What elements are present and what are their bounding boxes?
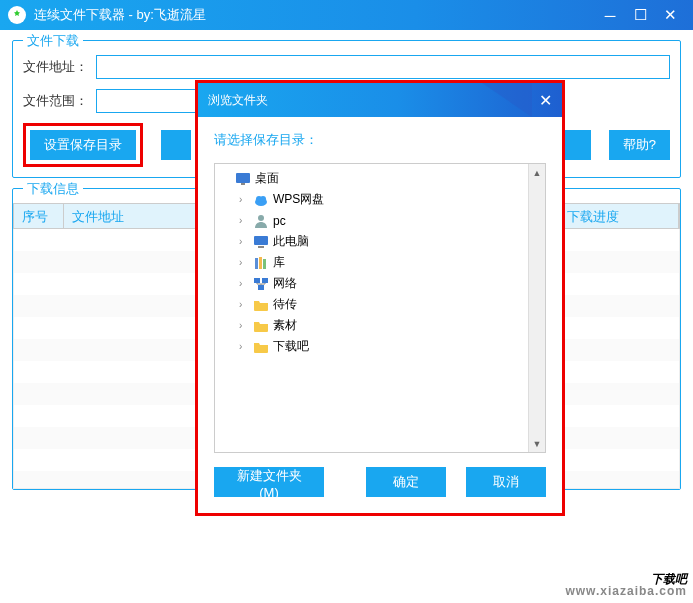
tree-item[interactable]: ›下载吧 xyxy=(237,336,541,357)
svg-rect-7 xyxy=(258,246,264,248)
svg-rect-12 xyxy=(262,278,268,283)
dialog-prompt: 请选择保存目录： xyxy=(214,131,546,149)
ok-button[interactable]: 确定 xyxy=(366,467,446,497)
folder-tree[interactable]: 桌面 ›WPS网盘›pc›此电脑›库›网络›待传›素材›下载吧 ▲ ▼ xyxy=(214,163,546,453)
cancel-button[interactable]: 取消 xyxy=(466,467,546,497)
tree-item[interactable]: ›库 xyxy=(237,252,541,273)
set-save-dir-highlight: 设置保存目录 xyxy=(23,123,143,167)
url-label: 文件地址： xyxy=(23,58,88,76)
expand-icon[interactable]: › xyxy=(239,278,253,289)
col-progress-header[interactable]: 下载进度 xyxy=(559,204,679,228)
desktop-icon xyxy=(235,171,251,187)
folder-icon xyxy=(253,297,269,313)
pc-icon xyxy=(253,234,269,250)
download-group-title: 文件下载 xyxy=(23,32,83,50)
maximize-button[interactable]: ☐ xyxy=(625,0,655,30)
window-title: 连续文件下载器 - by:飞逝流星 xyxy=(34,6,595,24)
tree-item-label: 桌面 xyxy=(255,170,279,187)
svg-point-4 xyxy=(260,196,266,202)
svg-rect-9 xyxy=(259,257,262,269)
expand-icon[interactable]: › xyxy=(239,320,253,331)
col-seq-header[interactable]: 序号 xyxy=(14,204,64,228)
tree-desktop[interactable]: 桌面 xyxy=(219,168,541,189)
titlebar-decoration xyxy=(482,83,532,117)
range-input[interactable] xyxy=(96,89,206,113)
tree-item-label: WPS网盘 xyxy=(273,191,324,208)
svg-rect-6 xyxy=(254,236,268,245)
tree-scrollbar[interactable]: ▲ ▼ xyxy=(528,164,545,452)
set-save-dir-button[interactable]: 设置保存目录 xyxy=(30,130,136,160)
tree-item-label: 网络 xyxy=(273,275,297,292)
folder-icon xyxy=(253,339,269,355)
tree-item[interactable]: ›待传 xyxy=(237,294,541,315)
close-button[interactable]: ✕ xyxy=(655,0,685,30)
info-group-title: 下载信息 xyxy=(23,180,83,198)
range-label: 文件范围： xyxy=(23,92,88,110)
dialog-close-button[interactable]: ✕ xyxy=(539,91,552,110)
svg-rect-0 xyxy=(236,173,250,183)
cloud-icon xyxy=(253,192,269,208)
browse-folder-dialog: 浏览文件夹 ✕ 请选择保存目录： 桌面 ›WPS网盘›pc›此电脑›库›网络›待… xyxy=(195,80,565,516)
tree-item[interactable]: ›pc xyxy=(237,210,541,231)
tree-item-label: 下载吧 xyxy=(273,338,309,355)
dialog-title: 浏览文件夹 xyxy=(208,92,268,109)
tree-item[interactable]: ›素材 xyxy=(237,315,541,336)
help-button[interactable]: 帮助? xyxy=(609,130,670,160)
window-titlebar: 连续文件下载器 - by:飞逝流星 ─ ☐ ✕ xyxy=(0,0,693,30)
window-controls: ─ ☐ ✕ xyxy=(595,0,685,30)
expand-icon[interactable]: › xyxy=(239,194,253,205)
tree-item[interactable]: ›此电脑 xyxy=(237,231,541,252)
tree-item[interactable]: ›网络 xyxy=(237,273,541,294)
svg-rect-13 xyxy=(258,285,264,290)
svg-rect-11 xyxy=(254,278,260,283)
minimize-button[interactable]: ─ xyxy=(595,0,625,30)
url-input[interactable] xyxy=(96,55,670,79)
tree-item-label: 库 xyxy=(273,254,285,271)
expand-icon[interactable]: › xyxy=(239,299,253,310)
expand-icon[interactable]: › xyxy=(239,341,253,352)
folder-icon xyxy=(253,318,269,334)
user-icon xyxy=(253,213,269,229)
svg-point-5 xyxy=(258,215,264,221)
scroll-up-icon[interactable]: ▲ xyxy=(529,164,545,181)
tree-item-label: 待传 xyxy=(273,296,297,313)
tree-item-label: 素材 xyxy=(273,317,297,334)
tree-item-label: 此电脑 xyxy=(273,233,309,250)
tree-item-label: pc xyxy=(273,214,286,228)
app-icon xyxy=(8,6,26,24)
dialog-titlebar: 浏览文件夹 ✕ xyxy=(198,83,562,117)
net-icon xyxy=(253,276,269,292)
lib-icon xyxy=(253,255,269,271)
scroll-down-icon[interactable]: ▼ xyxy=(529,435,545,452)
expand-icon[interactable]: › xyxy=(239,236,253,247)
new-folder-button[interactable]: 新建文件夹(M) xyxy=(214,467,324,497)
watermark-url: www.xiazaiba.com xyxy=(565,585,687,597)
tree-item[interactable]: ›WPS网盘 xyxy=(237,189,541,210)
svg-rect-10 xyxy=(263,259,266,269)
svg-rect-1 xyxy=(241,183,245,185)
expand-icon[interactable]: › xyxy=(239,215,253,226)
svg-rect-8 xyxy=(255,258,258,269)
expand-icon[interactable]: › xyxy=(239,257,253,268)
hidden-button-1[interactable] xyxy=(161,130,191,160)
watermark: 下载吧 www.xiazaiba.com xyxy=(565,573,687,597)
hidden-button-2[interactable] xyxy=(561,130,591,160)
